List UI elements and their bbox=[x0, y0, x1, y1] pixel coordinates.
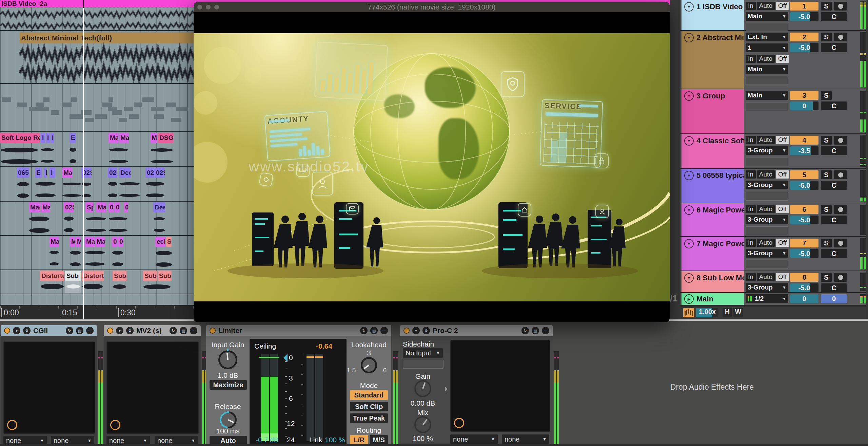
track-fold-icon[interactable]: ▼ bbox=[684, 239, 694, 248]
device-fold-icon[interactable]: ▼ bbox=[116, 327, 123, 334]
clip-header[interactable]: Ma bbox=[85, 237, 95, 247]
maximize-button[interactable]: Maximize bbox=[210, 380, 247, 390]
clip-header[interactable]: Ma bbox=[95, 237, 105, 247]
sidechain-dropdown[interactable]: No Input▼ bbox=[403, 348, 443, 358]
save-preset-icon[interactable]: ▤ bbox=[370, 327, 378, 334]
output-routing-dropdown[interactable]: Main▼ bbox=[746, 12, 788, 21]
clip-header[interactable]: M bbox=[76, 237, 81, 247]
track-fold-icon[interactable]: ▼ bbox=[684, 136, 694, 146]
monitor-in-button[interactable]: In bbox=[746, 273, 756, 281]
clip-header[interactable]: 0 bbox=[112, 237, 117, 247]
solo-button[interactable]: S bbox=[821, 273, 832, 282]
main-pan-field[interactable]: 0 bbox=[821, 294, 847, 303]
mode-softclip-button[interactable]: Soft Clip bbox=[350, 402, 388, 411]
ceiling-line[interactable] bbox=[259, 357, 279, 358]
track-title[interactable]: ▼ 2 Abstract Mini bbox=[682, 31, 744, 89]
waveform-zoom-button[interactable] bbox=[683, 308, 694, 317]
pan-field[interactable]: C bbox=[821, 146, 847, 155]
clip-header[interactable]: Ma bbox=[108, 133, 118, 143]
output-routing-dropdown[interactable]: 3-Group▼ bbox=[746, 146, 788, 155]
playhead[interactable] bbox=[83, 8, 84, 319]
output-routing-dropdown[interactable]: 3-Group▼ bbox=[746, 181, 788, 189]
plugin-edit-icon[interactable]: ⚙ bbox=[422, 327, 430, 334]
mode-standard-button[interactable]: Standard bbox=[350, 390, 388, 400]
track-title[interactable]: ▼ 4 Classic Soft bbox=[682, 134, 744, 168]
video-window-titlebar[interactable]: 774x526 (native movie size: 1920x1080) bbox=[194, 2, 670, 12]
device-on-button[interactable] bbox=[4, 328, 10, 334]
monitor-off-button[interactable]: Off bbox=[776, 2, 789, 10]
clip-header[interactable]: Mag bbox=[29, 202, 40, 212]
clip-header[interactable]: Ma bbox=[49, 237, 59, 247]
arm-button[interactable] bbox=[834, 273, 847, 282]
mix-knob[interactable] bbox=[414, 416, 431, 433]
clip-header[interactable]: I bbox=[51, 133, 54, 143]
clip-header[interactable]: Ma bbox=[62, 168, 72, 178]
clip-header[interactable]: Ma bbox=[41, 202, 50, 212]
video-window[interactable]: 774x526 (native movie size: 1920x1080) bbox=[194, 2, 670, 322]
param-dropdown[interactable]: none▼ bbox=[502, 434, 549, 444]
monitor-in-button[interactable]: In bbox=[746, 239, 756, 247]
solo-button[interactable]: S bbox=[821, 91, 832, 100]
monitor-off-button[interactable]: Off bbox=[776, 136, 789, 144]
gain-value[interactable]: 0.00 dB bbox=[403, 399, 443, 407]
arm-button[interactable] bbox=[834, 2, 847, 11]
track-row[interactable]: ▼ 8 Sub Low Mov In Auto Off 3-Group▼ 8 S bbox=[680, 271, 868, 292]
track-row[interactable]: ▼ 2 Abstract Mini Ext. In▼ 1▼ In Auto Of… bbox=[680, 31, 868, 89]
clip-header[interactable]: I bbox=[41, 133, 45, 143]
solo-button[interactable]: S bbox=[821, 239, 832, 247]
arm-button[interactable] bbox=[834, 170, 847, 179]
clip-header[interactable]: Dee bbox=[119, 168, 131, 178]
volume-field[interactable]: -5.0 bbox=[790, 216, 818, 224]
zoom-width-button[interactable]: W bbox=[733, 308, 743, 317]
track-row[interactable]: ▼ 7 Magic Power In Auto Off 3-Group▼ 7 S bbox=[680, 237, 868, 271]
hot-swap-icon[interactable]: ↻ bbox=[66, 327, 73, 334]
track-number-button[interactable]: 1 bbox=[790, 2, 818, 11]
solo-button[interactable]: S bbox=[821, 33, 832, 41]
clip-header[interactable]: 0 bbox=[118, 237, 123, 247]
clip-header[interactable]: Ma bbox=[119, 133, 129, 143]
monitor-off-button[interactable]: Off bbox=[776, 170, 789, 179]
clip-header[interactable]: Sub bbox=[158, 271, 172, 281]
save-preset-icon[interactable]: ▤ bbox=[532, 327, 539, 334]
monitor-switch[interactable]: In Auto Off bbox=[746, 205, 788, 213]
plugin-edit-icon[interactable]: ⚙ bbox=[23, 327, 31, 334]
unmapped-param-indicator[interactable] bbox=[454, 418, 464, 428]
main-track-row[interactable]: ▶ Main 1/2 ▼ 0 0 bbox=[680, 293, 868, 305]
monitor-auto-button[interactable]: Auto bbox=[757, 55, 775, 63]
arm-button[interactable] bbox=[834, 205, 847, 214]
clip-header[interactable]: Sp bbox=[85, 202, 93, 212]
arm-button[interactable] bbox=[834, 239, 847, 247]
solo-button[interactable]: S bbox=[821, 2, 832, 11]
pan-field[interactable]: C bbox=[821, 101, 847, 110]
output-channel-chooser[interactable] bbox=[746, 192, 788, 201]
output-routing-dropdown[interactable]: 3-Group▼ bbox=[746, 249, 788, 258]
save-preset-icon[interactable]: ▤ bbox=[180, 327, 187, 334]
clip-header[interactable]: 02S bbox=[155, 168, 165, 178]
clip-header[interactable]: Sub L bbox=[143, 271, 157, 281]
volume-field[interactable]: 0 bbox=[790, 101, 818, 110]
clip-header[interactable]: 0 bbox=[124, 202, 128, 212]
pan-field[interactable]: C bbox=[821, 216, 847, 224]
monitor-in-button[interactable]: In bbox=[746, 55, 756, 63]
output-routing-dropdown[interactable]: 3-Group▼ bbox=[746, 215, 788, 224]
group-track-icon[interactable]: ≡ bbox=[684, 91, 694, 101]
track-number-button[interactable]: 3 bbox=[790, 91, 818, 100]
release-knob[interactable] bbox=[220, 411, 237, 428]
monitor-switch[interactable]: In Auto Off bbox=[746, 170, 788, 179]
volume-field[interactable]: -5.0 bbox=[790, 43, 818, 52]
track-number-button[interactable]: 4 bbox=[790, 136, 818, 145]
clip-header[interactable]: E bbox=[70, 133, 76, 143]
track-title[interactable]: ▼ 1 ISDB Video -2 bbox=[682, 0, 744, 30]
param-dropdown[interactable]: none▼ bbox=[450, 434, 498, 444]
more-options-icon[interactable]: ⋯ bbox=[542, 327, 549, 334]
clip-header[interactable]: Dee bbox=[153, 202, 165, 212]
lookahead-knob[interactable] bbox=[361, 357, 377, 373]
hot-swap-icon[interactable]: ↻ bbox=[360, 327, 368, 334]
monitor-in-button[interactable]: In bbox=[746, 170, 756, 179]
clip-header[interactable]: I bbox=[46, 133, 50, 143]
input-type-dropdown[interactable]: Ext. In▼ bbox=[746, 33, 788, 41]
clip-header[interactable]: 02S bbox=[64, 202, 74, 212]
track-fold-icon[interactable]: ▼ bbox=[684, 171, 694, 180]
monitor-auto-button[interactable]: Auto bbox=[757, 239, 775, 247]
solo-button[interactable]: S bbox=[821, 136, 832, 145]
